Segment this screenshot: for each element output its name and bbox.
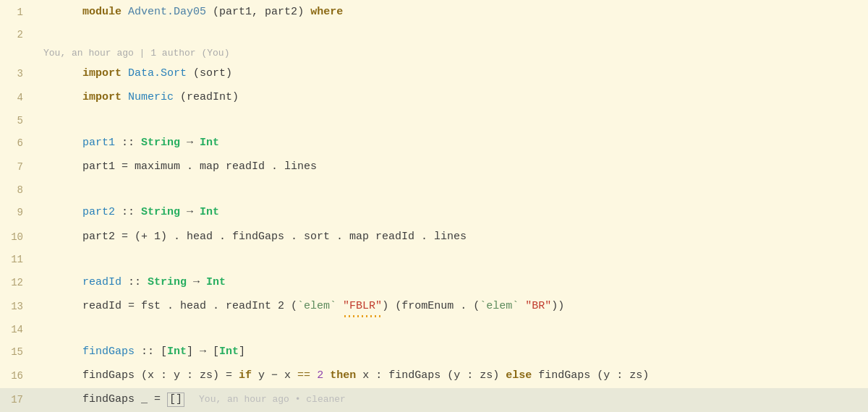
keyword-module: module [82,6,128,18]
code-line-7: 7 part1 = maximum . map readId . lines [0,155,868,179]
line-number-14: 14 [0,319,36,340]
code-line-4: 4 import Numeric (readInt) [0,85,868,109]
line-number-11: 11 [0,249,36,270]
git-annotation-line-number: 0 [0,46,36,61]
line-number-10: 10 [0,226,36,248]
code-line-17: 17 findGaps _ = []You, an hour ago • cle… [0,388,868,412]
line-number-2: 2 [0,24,36,46]
line-number-15: 15 [0,341,36,363]
line-number-3: 3 [0,63,36,85]
code-line-10: 10 part2 = (+ 1) . head . findGaps . sor… [0,225,868,249]
string-fblr: "FBLR" [343,296,382,317]
line-number-8: 8 [0,179,36,201]
line-number-1: 1 [0,1,36,23]
line-number-9: 9 [0,202,36,223]
line-number-13: 13 [0,296,36,317]
code-line-1: 1 module Advent.Day05 (part1, part2) whe… [0,0,868,24]
git-annotation-17: You, an hour ago • cleaner [199,394,346,405]
keyword-import-2: import [82,91,128,103]
backtick-elem-2: `elem` [480,300,519,312]
line-number-16: 16 [0,365,36,387]
line-number-5: 5 [0,110,36,132]
string-br: "BR" [525,300,551,312]
line-number-7: 7 [0,156,36,178]
code-editor: 1 module Advent.Day05 (part1, part2) whe… [0,0,868,412]
backtick-elem-1: `elem` [297,300,336,312]
line-number-12: 12 [0,272,36,293]
bracket-box: [] [167,392,184,407]
import-numeric: Numeric [128,91,174,103]
keyword-where: where [310,6,343,18]
line-content-17: findGaps _ = []You, an hour ago • cleane… [36,367,868,412]
code-line-13: 13 readId = fst . head . readInt 2 (`ele… [0,294,868,318]
module-name: Advent.Day05 [128,6,206,18]
line-number-6: 6 [0,132,36,154]
line-number-4: 4 [0,87,36,108]
line-number-17: 17 [0,389,36,411]
